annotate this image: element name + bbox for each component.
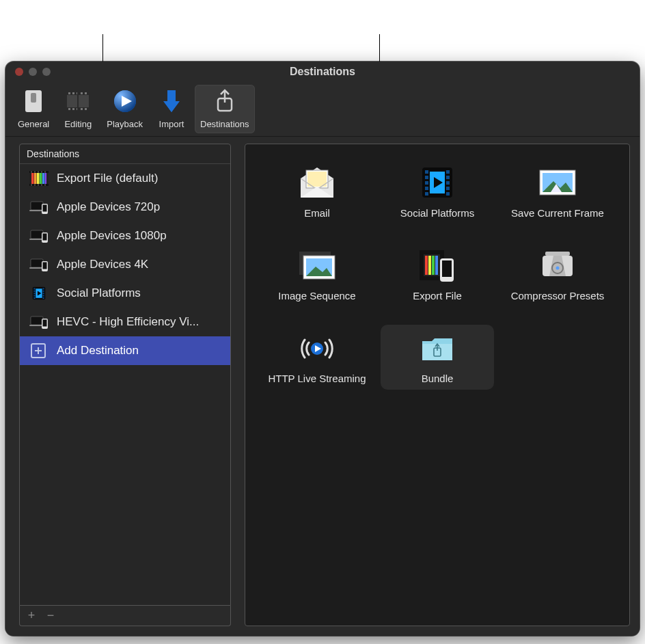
toolbar-label: Import: [159, 119, 184, 129]
toolbar-general-button[interactable]: General: [12, 85, 55, 133]
sidebar-item-label: Export File (default): [57, 172, 158, 185]
broadcast-icon: [295, 330, 339, 366]
devices-icon: [29, 314, 49, 330]
play-filmstrip-blue-icon: [29, 286, 49, 301]
film-phone-icon: [415, 247, 459, 283]
toolbar-destinations-button[interactable]: Destinations: [195, 85, 255, 133]
toolbar-playback-button[interactable]: Playback: [101, 85, 148, 133]
zoom-window-button[interactable]: [42, 68, 51, 76]
download-arrow-icon: [156, 88, 187, 115]
template-label: Save Current Frame: [511, 207, 604, 219]
template-social-platforms[interactable]: Social Platforms: [381, 159, 494, 224]
template-email[interactable]: Email: [260, 159, 374, 224]
sidebar-item-label: Apple Devices 720p: [57, 200, 160, 214]
devices-icon: [29, 228, 49, 243]
share-up-icon: [210, 88, 240, 115]
filmstrip-icon: [63, 88, 93, 115]
template-label: Bundle: [422, 373, 454, 384]
toolbar-import-button[interactable]: Import: [151, 85, 192, 133]
sidebar-header: Destinations: [20, 144, 230, 164]
devices-icon: [29, 257, 49, 272]
traffic-lights: [5, 68, 51, 76]
template-bundle[interactable]: Bundle: [381, 325, 494, 390]
sidebar-item-add-destination[interactable]: Add Destination: [20, 336, 230, 365]
sidebar-item-hevc[interactable]: HEVC - High Efficiency Vi...: [20, 308, 230, 336]
rainbow-filmstrip-icon: [29, 171, 49, 186]
sidebar-item-apple-1080p[interactable]: Apple Devices 1080p: [20, 222, 230, 250]
sidebar-item-label: Apple Devices 1080p: [57, 229, 167, 243]
envelope-photo-icon: [295, 165, 339, 200]
template-label: Social Platforms: [400, 207, 474, 219]
sidebar-item-label: Add Destination: [57, 344, 139, 358]
remove-destination-button[interactable]: −: [43, 608, 58, 623]
bundle-folder-icon: [415, 330, 459, 366]
slider-icon: [18, 88, 49, 115]
toolbar-label: General: [18, 119, 49, 129]
sidebar-item-social[interactable]: Social Platforms: [20, 279, 230, 308]
window-title: Destinations: [5, 66, 640, 78]
minimize-window-button[interactable]: [29, 68, 37, 76]
toolbar-label: Destinations: [200, 119, 249, 129]
landscape-photo-icon: [536, 165, 579, 200]
sidebar-item-export-file[interactable]: Export File (default): [20, 164, 230, 193]
content-area: Destinations Export File (default)Apple …: [5, 137, 640, 636]
sidebar-item-apple-720p[interactable]: Apple Devices 720p: [20, 193, 230, 222]
plus-box-icon: [29, 343, 49, 358]
template-image-sequence[interactable]: Image Sequence: [260, 242, 374, 307]
template-label: HTTP Live Streaming: [268, 373, 366, 384]
close-window-button[interactable]: [15, 68, 23, 76]
photo-stack-icon: [295, 247, 339, 283]
preferences-window: Destinations GeneralEditingPlaybackImpor…: [5, 62, 640, 636]
template-label: Image Sequence: [278, 290, 355, 301]
compressor-icon: [536, 247, 579, 283]
sidebar-footer: + −: [19, 606, 231, 626]
toolbar-label: Editing: [64, 119, 92, 129]
template-hls[interactable]: HTTP Live Streaming: [260, 325, 374, 390]
toolbar-label: Playback: [107, 119, 143, 129]
destination-templates-panel: EmailSocial PlatformsSave Current FrameI…: [245, 144, 630, 626]
sidebar-item-label: HEVC - High Efficiency Vi...: [57, 315, 199, 329]
template-label: Compressor Presets: [511, 290, 605, 301]
preferences-toolbar: GeneralEditingPlaybackImportDestinations: [5, 82, 640, 137]
toolbar-editing-button[interactable]: Editing: [57, 85, 98, 133]
play-circle-icon: [110, 88, 140, 115]
template-save-frame[interactable]: Save Current Frame: [501, 159, 614, 224]
play-filmstrip-blue-icon: [415, 165, 459, 200]
titlebar: Destinations: [5, 62, 640, 82]
template-export-file[interactable]: Export File: [381, 242, 494, 307]
template-label: Email: [304, 207, 330, 219]
destinations-sidebar: Destinations Export File (default)Apple …: [19, 144, 231, 636]
sidebar-item-label: Apple Devices 4K: [57, 258, 148, 271]
destination-templates-grid: EmailSocial PlatformsSave Current FrameI…: [260, 159, 614, 390]
template-label: Export File: [413, 290, 462, 301]
add-destination-button[interactable]: +: [24, 608, 39, 623]
devices-icon: [29, 200, 49, 215]
destinations-list: Export File (default)Apple Devices 720pA…: [20, 164, 230, 605]
sidebar-item-label: Social Platforms: [57, 286, 141, 300]
template-compressor[interactable]: Compressor Presets: [501, 242, 614, 307]
sidebar-item-apple-4k[interactable]: Apple Devices 4K: [20, 250, 230, 279]
sidebar-panel: Destinations Export File (default)Apple …: [19, 144, 231, 606]
